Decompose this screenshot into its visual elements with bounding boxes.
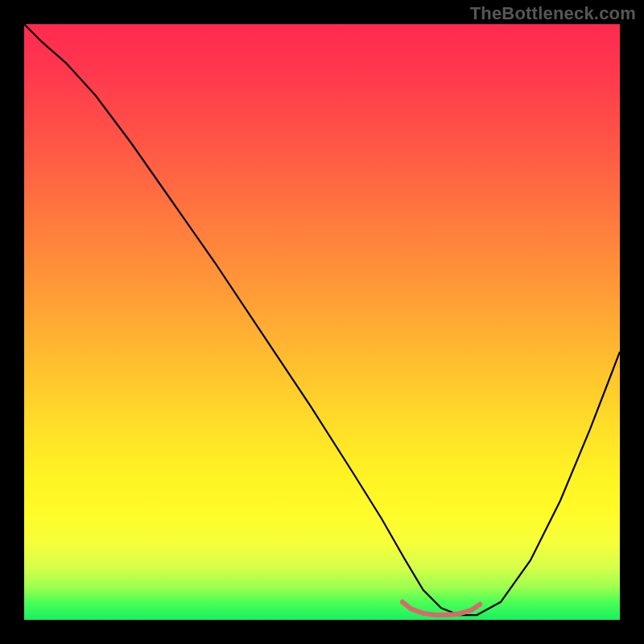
watermark-text: TheBottleneck.com — [470, 3, 636, 24]
chart-line-layer — [24, 24, 620, 620]
chart-plot-area — [24, 24, 620, 620]
series-bottleneck-curve — [24, 24, 620, 615]
